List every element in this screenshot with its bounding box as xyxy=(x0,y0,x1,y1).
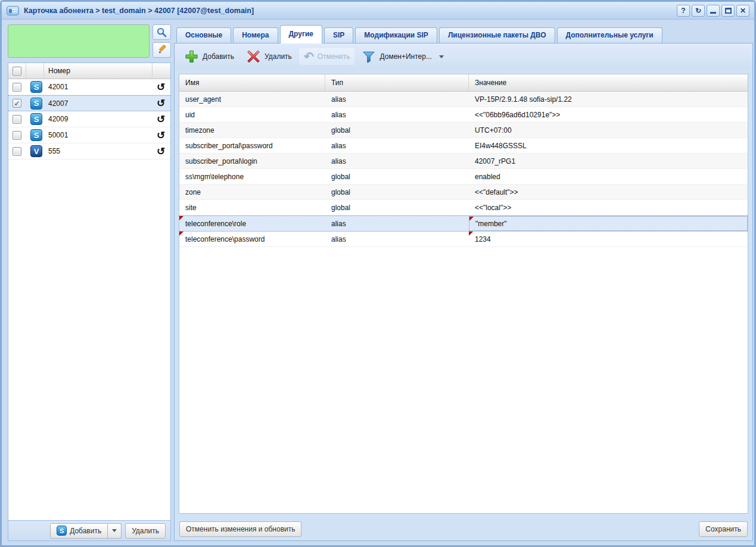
edit-button[interactable] xyxy=(153,42,171,58)
delete-property-button[interactable]: Удалить xyxy=(241,47,297,66)
number-column-header[interactable]: Номер xyxy=(44,63,153,79)
undo-property-label: Отменить xyxy=(318,52,350,61)
history-icon[interactable]: ↺ xyxy=(157,130,165,140)
properties-content: Имя Тип Значение user_agent alias VP-15P… xyxy=(175,70,752,518)
subscriber-list-panel: Номер S 42001 ↺ ✓ S 42007 ↺ S 42009 ↺ xyxy=(8,62,171,541)
property-row-selected[interactable]: teleconference\role alias "member" xyxy=(179,215,748,232)
save-button[interactable]: Сохранить xyxy=(699,521,748,537)
minimize-icon[interactable] xyxy=(707,5,720,17)
close-icon[interactable]: ✕ xyxy=(736,5,749,17)
property-row[interactable]: ss\mgm\telephone global enabled xyxy=(179,169,748,185)
row-checkbox[interactable] xyxy=(13,147,21,156)
property-row[interactable]: uid alias <<"06bb96ad6d10291e">> xyxy=(179,107,748,123)
domain-filter-label: Домен+Интер... xyxy=(379,52,431,61)
properties-box: Добавить Удалить ↶ Отменить xyxy=(174,43,753,541)
pencil-icon xyxy=(157,45,167,55)
add-subscriber-label: Добавить xyxy=(70,527,101,535)
main-panel: Основные Номера Другие SIP Модификации S… xyxy=(174,24,753,541)
add-subscriber-button[interactable]: S Добавить xyxy=(50,523,108,539)
property-row[interactable]: teleconference\password alias 1234 xyxy=(179,232,748,247)
property-type: global xyxy=(325,123,469,137)
add-subscriber-dropdown[interactable] xyxy=(108,523,122,539)
grid-empty-area xyxy=(179,247,748,513)
modified-marker xyxy=(179,216,183,220)
property-name: site xyxy=(179,200,325,215)
property-value: <<"local">> xyxy=(469,200,748,215)
subscriber-number: 555 xyxy=(44,147,153,155)
property-value: <<"default">> xyxy=(469,185,748,199)
delete-subscriber-button[interactable]: Удалить xyxy=(125,523,166,539)
modified-marker xyxy=(179,232,183,236)
tab-dopolnitelnye-uslugi[interactable]: Дополнительные услуги xyxy=(557,27,662,43)
subscriber-row[interactable]: S 42001 ↺ xyxy=(8,79,170,95)
subscriber-row[interactable]: ✓ S 42007 ↺ xyxy=(8,95,170,111)
property-row[interactable]: user_agent alias VP-15P/2.9.1.48 sofia-s… xyxy=(179,92,748,107)
funnel-icon xyxy=(362,50,376,64)
add-property-label: Добавить xyxy=(203,52,234,61)
history-icon[interactable]: ↺ xyxy=(157,146,165,157)
property-name: uid xyxy=(179,107,325,122)
subscriber-card-icon xyxy=(7,6,19,15)
window-controls: ? ↻ ✕ xyxy=(677,5,749,17)
subscriber-row[interactable]: S 42009 ↺ xyxy=(8,111,170,127)
property-value: VP-15P/2.9.1.48 sofia-sip/1.22 xyxy=(469,92,748,107)
property-type: global xyxy=(325,169,469,184)
property-name: teleconference\role xyxy=(179,216,325,231)
property-value: 1234 xyxy=(469,232,748,246)
column-header-name[interactable]: Имя xyxy=(179,74,325,91)
history-icon[interactable]: ↺ xyxy=(157,82,165,92)
subscriber-row[interactable]: V 555 ↺ xyxy=(8,143,170,160)
subscriber-list-header: Номер xyxy=(8,63,170,79)
undo-icon: ↶ xyxy=(304,51,314,62)
property-type: global xyxy=(325,200,469,215)
red-x-icon xyxy=(246,49,261,64)
subscriber-card-window: Карточка абонента > test_domain > 42007 … xyxy=(0,0,756,547)
tab-modifikacii-sip[interactable]: Модификации SIP xyxy=(355,27,437,43)
domain-filter-button[interactable]: Домен+Интер... xyxy=(357,48,448,66)
search-button[interactable] xyxy=(153,24,171,40)
sip-subscriber-icon: S xyxy=(30,98,42,110)
search-note-field[interactable] xyxy=(8,24,150,58)
property-value[interactable]: "member" xyxy=(469,216,748,231)
tab-osnovnye[interactable]: Основные xyxy=(176,27,231,43)
select-all-checkbox[interactable] xyxy=(13,67,21,76)
row-checkbox[interactable] xyxy=(13,115,21,124)
add-subscriber-split-button: S Добавить xyxy=(50,523,122,539)
revert-and-refresh-button[interactable]: Отменить изменения и обновить xyxy=(179,521,301,537)
tab-licenzionnye-pakety-dvo[interactable]: Лицензионные пакеты ДВО xyxy=(439,27,555,43)
tab-sip[interactable]: SIP xyxy=(324,27,353,43)
undo-property-button[interactable]: ↶ Отменить xyxy=(299,48,355,65)
property-row[interactable]: zone global <<"default">> xyxy=(179,185,748,200)
property-row[interactable]: subscriber_portal\login alias 42007_rPG1 xyxy=(179,154,748,169)
subscriber-row[interactable]: S 50001 ↺ xyxy=(8,127,170,143)
grid-header: Имя Тип Значение xyxy=(179,74,748,92)
column-header-value[interactable]: Значение xyxy=(469,74,748,91)
help-icon[interactable]: ? xyxy=(677,5,690,17)
property-value: enabled xyxy=(469,169,748,184)
maximize-icon[interactable] xyxy=(721,5,735,17)
history-icon[interactable]: ↺ xyxy=(157,114,165,124)
row-checkbox[interactable]: ✓ xyxy=(13,99,21,108)
subscriber-list-body: S 42001 ↺ ✓ S 42007 ↺ S 42009 ↺ S 50001 … xyxy=(8,79,170,520)
property-name: subscriber_portal\password xyxy=(179,138,325,153)
subscriber-number: 42001 xyxy=(44,83,153,91)
subscriber-list-footer: S Добавить Удалить xyxy=(8,520,170,540)
row-checkbox[interactable] xyxy=(13,131,21,140)
tab-nomera[interactable]: Номера xyxy=(233,27,278,43)
add-property-button[interactable]: Добавить xyxy=(179,47,239,66)
property-value: <<"06bb96ad6d10291e">> xyxy=(469,107,748,122)
history-icon[interactable]: ↺ xyxy=(157,98,165,108)
property-row[interactable]: site global <<"local">> xyxy=(179,200,748,215)
property-type: alias xyxy=(325,216,469,231)
property-row[interactable]: subscriber_portal\password alias EI4w448… xyxy=(179,138,748,154)
property-type: global xyxy=(325,185,469,199)
refresh-icon[interactable]: ↻ xyxy=(692,5,705,17)
property-row[interactable]: timezone global UTC+07:00 xyxy=(179,123,748,138)
properties-grid: Имя Тип Значение user_agent alias VP-15P… xyxy=(179,74,748,514)
sip-subscriber-icon: S xyxy=(30,113,42,125)
column-header-type[interactable]: Тип xyxy=(325,74,469,91)
plus-icon xyxy=(184,49,199,64)
sip-subscriber-icon: S xyxy=(30,129,42,141)
tab-drugie[interactable]: Другие xyxy=(280,25,322,43)
row-checkbox[interactable] xyxy=(13,83,21,92)
